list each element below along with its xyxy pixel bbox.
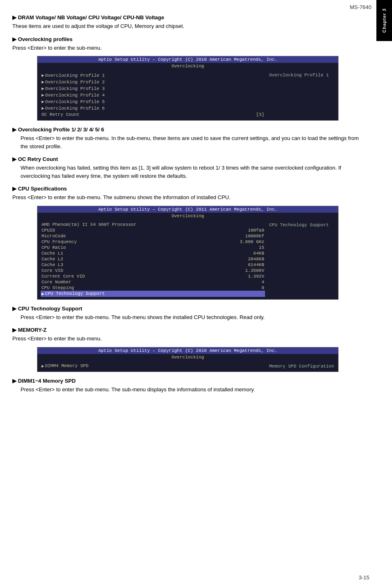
dimm-spd-header: DIMM1~4 Memory SPD xyxy=(12,378,363,384)
memory-z-header: MEMORY-Z xyxy=(12,327,363,333)
bios-row-10: Core Number4 xyxy=(41,279,265,285)
chapter-label: Chapter 3 xyxy=(380,4,389,37)
bios-row-3: CPU Frequency3.000 GHz xyxy=(41,239,265,245)
bios-box-1: Aptio Setup Utility – Copyright (C) 2010… xyxy=(37,56,339,121)
bios-row-4: CPU Ratio15 xyxy=(41,245,265,250)
bios-row-2: MicroCode10000bf xyxy=(41,233,265,239)
oc-profile-num-header: Overclocking Profile 1/ 2/ 3/ 4/ 5/ 6 xyxy=(12,126,363,133)
bios-row-8: Core VID1.3500V xyxy=(41,268,265,273)
cpu-tech-body: Press <Enter> to enter the sub-menu. The… xyxy=(21,313,363,322)
bios-subtitle-2: Overclocking xyxy=(37,213,338,219)
bios-title-2: Aptio Setup Utility – Copyright (C) 2011… xyxy=(37,206,338,213)
bios-content-1: ▶ Overclocking Profile 1▶ Overclocking P… xyxy=(37,69,338,120)
section-dimm-spd: DIMM1~4 Memory SPD Press <Enter> to ente… xyxy=(12,378,363,394)
cpu-specs-body: Press <Enter> to enter the sub-menu. The… xyxy=(12,193,363,202)
model-number: MS-7640 xyxy=(350,4,371,10)
bios-row-6: Cache L22048KB xyxy=(41,256,265,262)
bios-right-2: CPU Technology Support xyxy=(269,222,335,297)
bios-content-3: ▶ DIMM4 Memory SPD Memory SPD Configurat… xyxy=(37,361,338,372)
bios-row-11: CPU Stepping0 xyxy=(41,285,265,291)
bios-right-label-3: Memory SPD Configuration xyxy=(269,364,334,369)
bios-row-7: Cache L36144KB xyxy=(41,262,265,268)
bios-row-0: AMD Phenom(tm) II X4 960T Processor xyxy=(41,222,265,227)
bios-right-3: Memory SPD Configuration xyxy=(269,363,335,369)
bios-box-2: Aptio Setup Utility – Copyright (C) 2011… xyxy=(37,206,339,300)
bios-right-1: Overclocking Profile 1 xyxy=(269,72,335,118)
bios-right-label-2: CPU Technology Support xyxy=(269,223,329,227)
memory-z-body: Press <Enter> to enter the sub-menu. xyxy=(12,335,363,343)
bios-item-0: ▶ Overclocking Profile 1 xyxy=(41,72,265,78)
bios-subtitle-3: Overclocking xyxy=(37,354,338,361)
section-cpu-tech: CPU Technology Support Press <Enter> to … xyxy=(12,305,363,322)
dram-voltage-header: DRAM Voltage/ NB Voltage/ CPU Voltage/ C… xyxy=(12,14,363,21)
oc-profiles-body: Press <Enter> to enter the sub-menu. xyxy=(12,44,363,52)
bios-title-1: Aptio Setup Utility – Copyright (C) 2010… xyxy=(37,56,338,63)
dram-voltage-body: These items are used to adjust the volta… xyxy=(12,22,363,30)
bios-title-3: Aptio Setup Utility – Copyright (C) 2010… xyxy=(37,347,338,354)
bios-item3-0: ▶ DIMM4 Memory SPD xyxy=(41,363,265,369)
oc-retry-header: OC Retry Count xyxy=(12,156,363,162)
bios-right-label-1: Overclocking Profile 1 xyxy=(269,73,329,78)
chapter-tab: Chapter 3 xyxy=(376,0,392,41)
bios-content-2: AMD Phenom(tm) II X4 960T ProcessorCPUID… xyxy=(37,219,338,299)
section-cpu-specs: CPU Specifications Press <Enter> to ente… xyxy=(12,186,363,300)
bios-item-1: ▶ Overclocking Profile 2 xyxy=(41,79,265,85)
oc-profiles-header: Overclocking profiles xyxy=(12,36,363,42)
bios-item-6: OC Retry Count[3] xyxy=(41,112,265,117)
section-oc-profiles: Overclocking profiles Press <Enter> to e… xyxy=(12,36,363,121)
section-dram-voltage: DRAM Voltage/ NB Voltage/ CPU Voltage/ C… xyxy=(12,14,363,30)
bios-item-5: ▶ Overclocking Profile 6 xyxy=(41,105,265,111)
bios-left-2: AMD Phenom(tm) II X4 960T ProcessorCPUID… xyxy=(41,222,265,297)
bios-row-12: ▶ CPU Technology Support xyxy=(41,291,265,297)
section-oc-profile-num: Overclocking Profile 1/ 2/ 3/ 4/ 5/ 6 Pr… xyxy=(12,126,363,150)
oc-retry-body: When overclocking has failed, setting th… xyxy=(21,164,363,180)
section-oc-retry: OC Retry Count When overclocking has fai… xyxy=(12,156,363,180)
bios-item-4: ▶ Overclocking Profile 5 xyxy=(41,99,265,105)
section-memory-z: MEMORY-Z Press <Enter> to enter the sub-… xyxy=(12,327,363,372)
bios-row-1: CPUID100fa0 xyxy=(41,227,265,233)
oc-profile-num-body: Press <Enter> to enter the sub-menu. In … xyxy=(21,134,363,150)
bios-left-3: ▶ DIMM4 Memory SPD xyxy=(41,363,265,369)
bios-item-2: ▶ Overclocking Profile 3 xyxy=(41,85,265,92)
main-content: DRAM Voltage/ NB Voltage/ CPU Voltage/ C… xyxy=(0,0,374,406)
dimm-spd-body: Press <Enter> to enter the sub-menu. The… xyxy=(21,386,363,394)
bios-subtitle-1: Overclocking xyxy=(37,63,338,69)
bios-row-5: Cache L164KB xyxy=(41,250,265,256)
page-number: 3-15 xyxy=(359,574,369,581)
bios-row-9: Current Core VID1.392V xyxy=(41,273,265,279)
bios-left-1: ▶ Overclocking Profile 1▶ Overclocking P… xyxy=(41,72,265,118)
cpu-tech-header: CPU Technology Support xyxy=(12,305,363,312)
bios-item-3: ▶ Overclocking Profile 4 xyxy=(41,92,265,98)
cpu-specs-header: CPU Specifications xyxy=(12,186,363,192)
bios-box-3: Aptio Setup Utility – Copyright (C) 2010… xyxy=(37,347,339,372)
